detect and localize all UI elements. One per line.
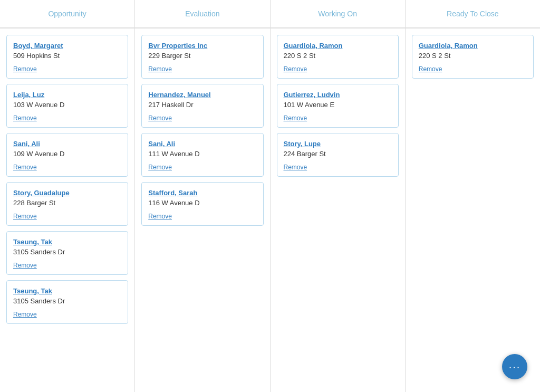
card: Tseung, Tak3105 Sanders DrRemove [6,231,128,275]
card-name[interactable]: Bvr Properties Inc [148,42,256,50]
card-name[interactable]: Stafford, Sarah [148,189,256,197]
card-remove-link[interactable]: Remove [13,311,37,318]
card-address: 224 Barger St [284,150,392,158]
fab-button[interactable]: ··· [502,354,527,379]
card-address: 111 W Avenue D [148,150,256,158]
card-remove-link[interactable]: Remove [148,114,172,122]
card-name[interactable]: Guardiola, Ramon [284,42,392,50]
card-name[interactable]: Leija, Luz [13,91,121,99]
card-address: 217 Haskell Dr [148,101,256,109]
card-name[interactable]: Sani, Ali [13,140,121,148]
board-body: Boyd, Margaret509 Hopkins StRemoveLeija,… [0,28,540,392]
card: Bvr Properties Inc229 Barger StRemove [141,35,263,79]
column-ready-to-close: Guardiola, Ramon220 S 2 StRemove [406,28,540,392]
card-name[interactable]: Boyd, Margaret [13,42,121,50]
card: Gutierrez, Ludvin101 W Avenue ERemove [277,84,399,128]
card-remove-link[interactable]: Remove [13,65,37,73]
card-remove-link[interactable]: Remove [284,114,307,122]
card-remove-link[interactable]: Remove [284,65,307,73]
column-working-on: Guardiola, Ramon220 S 2 StRemoveGutierre… [271,28,406,392]
card-address: 220 S 2 St [284,52,392,60]
card-remove-link[interactable]: Remove [419,65,442,73]
card: Story, Guadalupe228 Barger StRemove [6,182,128,226]
card-remove-link[interactable]: Remove [13,114,37,122]
card: Leija, Luz103 W Avenue DRemove [6,84,128,128]
card-name[interactable]: Tseung, Tak [13,238,121,246]
column-header-evaluation: Evaluation [135,0,270,27]
column-header-working-on: Working On [271,0,406,27]
card: Stafford, Sarah116 W Avenue DRemove [141,182,263,226]
card-address: 3105 Sanders Dr [13,248,121,256]
card-name[interactable]: Guardiola, Ramon [419,42,527,50]
column-header-opportunity: Opportunity [0,0,135,27]
card-remove-link[interactable]: Remove [13,213,37,220]
card-address: 509 Hopkins St [13,52,121,60]
board-header: OpportunityEvaluationWorking OnReady To … [0,0,540,28]
card-name[interactable]: Sani, Ali [148,140,256,148]
card: Boyd, Margaret509 Hopkins StRemove [6,35,128,79]
card: Sani, Ali109 W Avenue DRemove [6,133,128,177]
column-header-ready-to-close: Ready To Close [406,0,540,27]
column-evaluation: Bvr Properties Inc229 Barger StRemoveHer… [135,28,270,392]
card: Tseung, Tak3105 Sanders DrRemove [6,280,128,324]
card-address: 109 W Avenue D [13,150,121,158]
card-address: 103 W Avenue D [13,101,121,109]
card: Guardiola, Ramon220 S 2 StRemove [412,35,534,79]
card-name[interactable]: Hernandez, Manuel [148,91,256,99]
fab-icon: ··· [509,361,521,373]
card-name[interactable]: Story, Guadalupe [13,189,121,197]
column-opportunity: Boyd, Margaret509 Hopkins StRemoveLeija,… [0,28,135,392]
card: Sani, Ali111 W Avenue DRemove [141,133,263,177]
card-address: 116 W Avenue D [148,199,256,207]
card-name[interactable]: Story, Lupe [284,140,392,148]
card-remove-link[interactable]: Remove [148,213,172,220]
card: Hernandez, Manuel217 Haskell DrRemove [141,84,263,128]
card-remove-link[interactable]: Remove [284,164,307,171]
card-address: 3105 Sanders Dr [13,297,121,305]
card-address: 228 Barger St [13,199,121,207]
card-name[interactable]: Gutierrez, Ludvin [284,91,392,99]
card-address: 229 Barger St [148,52,256,60]
card: Guardiola, Ramon220 S 2 StRemove [277,35,399,79]
card: Story, Lupe224 Barger StRemove [277,133,399,177]
card-remove-link[interactable]: Remove [148,65,172,73]
card-remove-link[interactable]: Remove [148,164,172,171]
card-name[interactable]: Tseung, Tak [13,287,121,295]
card-remove-link[interactable]: Remove [13,262,37,269]
card-address: 220 S 2 St [419,52,527,60]
kanban-board: OpportunityEvaluationWorking OnReady To … [0,0,540,392]
card-remove-link[interactable]: Remove [13,164,37,171]
card-address: 101 W Avenue E [284,101,392,109]
